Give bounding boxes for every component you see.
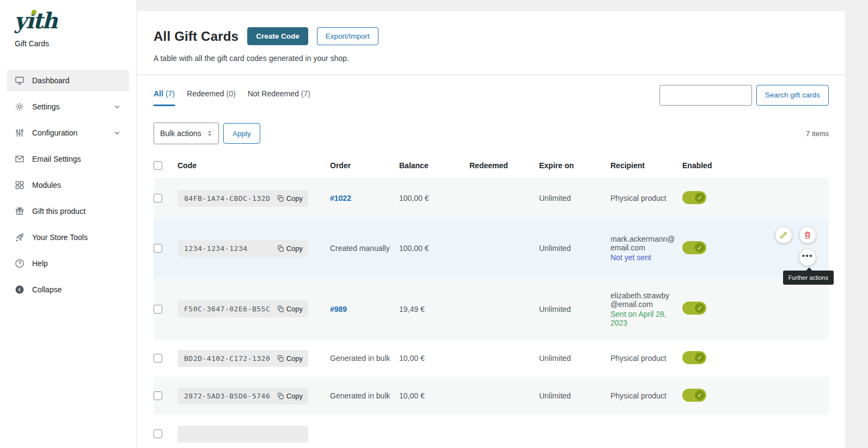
enabled-toggle[interactable]: ✓ <box>682 191 706 204</box>
help-icon <box>14 258 25 269</box>
copy-button[interactable]: Copy <box>273 354 303 363</box>
table-row <box>154 415 829 448</box>
sidebar-item-label: Collapse <box>32 285 62 294</box>
copy-icon <box>277 245 284 252</box>
expire-value: Unlimited <box>539 244 610 253</box>
further-actions-tooltip: Further actions <box>783 271 834 285</box>
balance-value: 10,00 € <box>399 391 469 400</box>
column-header-redeemed: Redeemed <box>469 161 539 170</box>
order-source: Created manually <box>330 244 390 253</box>
collapse-arrow-icon <box>14 284 25 295</box>
sidebar-item-configuration[interactable]: Configuration <box>7 122 129 144</box>
sidebar-item-email-settings[interactable]: Email Settings <box>7 148 129 170</box>
enabled-toggle[interactable]: ✓ <box>682 302 706 315</box>
sidebar-item-modules[interactable]: Modules <box>7 174 129 196</box>
copy-button[interactable]: Copy <box>273 392 303 400</box>
row-checkbox[interactable] <box>154 305 162 314</box>
copy-icon <box>277 355 284 362</box>
sidebar: yith Gift Cards Dashboard Settings Confi… <box>0 0 136 448</box>
expire-value: Unlimited <box>539 194 610 202</box>
code-pill: 1234-1234-1234 Copy <box>178 240 308 257</box>
gift-cards-table: Code Order Balance Redeemed Expire on Re… <box>154 153 829 448</box>
expire-value: Unlimited <box>539 354 610 363</box>
apply-button[interactable]: Apply <box>223 123 260 144</box>
toggle-check-icon: ✓ <box>695 193 705 202</box>
tab-all[interactable]: All (7) <box>154 89 175 106</box>
order-link[interactable]: #1022 <box>330 194 351 202</box>
chevron-down-icon <box>113 128 121 137</box>
expire-value: Unlimited <box>539 305 610 314</box>
enabled-toggle[interactable]: ✓ <box>682 241 706 254</box>
row-checkbox[interactable] <box>154 194 162 202</box>
order-source: Generated in bulk <box>330 391 390 400</box>
sidebar-item-label: Help <box>32 259 48 268</box>
search-input[interactable] <box>659 85 752 106</box>
row-checkbox[interactable] <box>154 391 162 400</box>
recipient-value: Physical product <box>610 194 682 202</box>
toggle-check-icon: ✓ <box>695 353 705 363</box>
sidebar-item-your-store-tools[interactable]: Your Store Tools <box>7 226 129 248</box>
export-import-button[interactable]: Export/Import <box>317 27 378 45</box>
select-arrows-icon <box>206 130 213 137</box>
table-row: 1234-1234-1234 Copy Created manually 100… <box>154 218 829 278</box>
table-row: 2872-5AD3-B5D6-5746 Copy Generated in bu… <box>154 377 829 415</box>
search-area: Search gift cards <box>659 85 829 106</box>
code-pill: 84FB-1A74-CBDC-132D Copy <box>178 190 308 207</box>
copy-button[interactable]: Copy <box>273 244 303 253</box>
edit-button[interactable] <box>775 227 792 243</box>
gift-card-code: 1234-1234-1234 <box>184 244 248 253</box>
code-pill: BD2D-4102-C172-1320 Copy <box>178 350 308 367</box>
sidebar-brand: Gift Cards <box>0 32 136 48</box>
bulk-actions-select[interactable]: Bulk actions <box>154 122 219 144</box>
sidebar-item-label: Dashboard <box>32 76 70 85</box>
envelope-icon <box>14 154 25 164</box>
code-pill <box>178 426 308 443</box>
send-status[interactable]: Not yet sent <box>610 253 677 262</box>
select-all-checkbox[interactable] <box>154 161 162 170</box>
code-pill: F50C-3647-02E6-B55C Copy <box>178 300 308 317</box>
row-checkbox[interactable] <box>154 429 162 438</box>
recipient-value: Physical product <box>610 391 682 400</box>
code-pill: 2872-5AD3-B5D6-5746 Copy <box>178 388 308 404</box>
copy-icon <box>277 392 284 400</box>
gear-icon <box>14 101 25 112</box>
toggle-check-icon: ✓ <box>695 303 705 313</box>
gift-card-code: BD2D-4102-C172-1320 <box>184 354 270 363</box>
gift-card-code: 84FB-1A74-CBDC-132D <box>184 194 270 202</box>
sidebar-item-help[interactable]: Help <box>7 253 129 274</box>
copy-button[interactable]: Copy <box>273 305 303 313</box>
tabs-row: All (7) Redeemed (0) Not Redeemed (7) Se… <box>154 89 829 106</box>
column-header-balance: Balance <box>399 161 469 170</box>
sidebar-item-label: Email Settings <box>32 155 81 163</box>
enabled-toggle[interactable]: ✓ <box>682 389 706 402</box>
sidebar-item-settings[interactable]: Settings <box>7 96 129 118</box>
copy-button[interactable]: Copy <box>273 194 303 202</box>
sidebar-item-label: Settings <box>32 102 60 111</box>
page-subtitle: A table with all the gift card codes gen… <box>154 54 829 63</box>
gift-card-code <box>184 430 188 438</box>
row-checkbox[interactable] <box>154 354 162 363</box>
delete-button[interactable] <box>799 227 816 243</box>
yith-logo: yith <box>0 10 136 32</box>
sidebar-item-collapse[interactable]: Collapse <box>7 279 129 300</box>
rocket-icon <box>14 232 25 243</box>
tab-redeemed[interactable]: Redeemed (0) <box>187 89 236 106</box>
trash-icon <box>803 231 812 240</box>
balance-value: 100,00 € <box>399 244 469 253</box>
order-link[interactable]: #989 <box>330 305 347 314</box>
logo-leaf-icon <box>32 10 36 15</box>
gift-card-code: 2872-5AD3-B5D6-5746 <box>184 392 270 400</box>
dashboard-icon <box>14 75 25 86</box>
search-gift-cards-button[interactable]: Search gift cards <box>756 85 829 106</box>
recipient-value: Physical product <box>610 354 682 363</box>
create-code-button[interactable]: Create Code <box>247 27 308 45</box>
further-actions-button[interactable]: ••• <box>799 249 816 266</box>
tab-not-redeemed[interactable]: Not Redeemed (7) <box>248 89 310 106</box>
pencil-icon <box>779 231 788 240</box>
sidebar-item-label: Your Store Tools <box>32 233 88 242</box>
sidebar-nav: Dashboard Settings Configuration Email S… <box>0 70 136 300</box>
sidebar-item-gift-this-product[interactable]: Gift this product <box>7 200 129 222</box>
sidebar-item-dashboard[interactable]: Dashboard <box>7 70 129 91</box>
row-checkbox[interactable] <box>154 244 162 253</box>
enabled-toggle[interactable]: ✓ <box>682 351 706 364</box>
